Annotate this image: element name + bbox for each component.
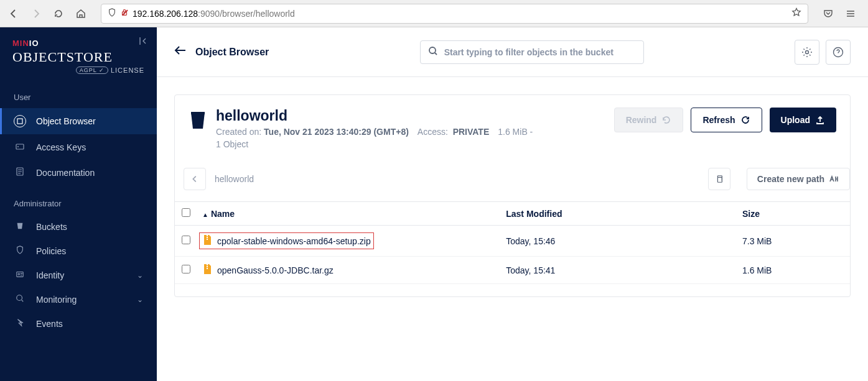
logo-product: OBJECTSTORE bbox=[12, 49, 144, 65]
sidebar-item-events[interactable]: Events bbox=[0, 311, 157, 336]
nav-reload-button[interactable] bbox=[50, 5, 67, 22]
identity-icon bbox=[14, 270, 26, 280]
bucket-object-count: 1 Object bbox=[216, 139, 533, 149]
refresh-label: Refresh bbox=[702, 115, 735, 125]
sidebar-item-label: Events bbox=[36, 319, 63, 329]
cell-modified: Today, 15:41 bbox=[501, 257, 737, 284]
sidebar-item-buckets[interactable]: Buckets bbox=[0, 214, 157, 239]
upload-button[interactable]: Upload bbox=[770, 108, 836, 132]
bucket-panel: helloworld Created on: Tue, Nov 21 2023 … bbox=[174, 94, 851, 297]
created-label: Created on: bbox=[216, 127, 261, 137]
page-title: Object Browser bbox=[195, 47, 269, 58]
column-size[interactable]: Size bbox=[737, 202, 850, 226]
chevron-down-icon: ⌄ bbox=[137, 295, 143, 304]
sidebar-item-label: Buckets bbox=[36, 222, 67, 232]
file-entry[interactable]: cpolar-stable-windows-amd64-setup.zip bbox=[199, 232, 374, 249]
svg-rect-11 bbox=[191, 112, 205, 114]
svg-rect-2 bbox=[16, 144, 24, 149]
monitoring-icon bbox=[14, 294, 26, 305]
object-browser-icon bbox=[14, 115, 26, 127]
url-bar[interactable]: 192.168.206.128:9090/browser/helloworld bbox=[101, 4, 808, 24]
settings-button[interactable] bbox=[795, 40, 819, 65]
help-button[interactable] bbox=[826, 40, 851, 65]
table-row[interactable]: cpolar-stable-windows-amd64-setup.zip To… bbox=[175, 226, 850, 257]
lock-insecure-icon bbox=[120, 8, 129, 19]
svg-point-7 bbox=[17, 295, 22, 301]
file-name: cpolar-stable-windows-amd64-setup.zip bbox=[217, 236, 371, 246]
logo-brand: MINIO bbox=[12, 39, 144, 48]
rewind-label: Rewind bbox=[626, 115, 657, 125]
archive-file-icon bbox=[202, 264, 212, 277]
topbar: Object Browser bbox=[157, 27, 868, 77]
path-crumb[interactable]: helloworld bbox=[215, 174, 254, 184]
browser-chrome: 192.168.206.128:9090/browser/helloworld bbox=[0, 0, 868, 27]
nav-forward-button bbox=[27, 5, 45, 22]
sidebar-item-monitoring[interactable]: Monitoring ⌄ bbox=[0, 287, 157, 311]
access-value: PRIVATE bbox=[453, 127, 490, 137]
table-row[interactable]: openGauss-5.0.0-JDBC.tar.gz Today, 15:41… bbox=[175, 257, 850, 284]
sidebar-item-identity[interactable]: Identity ⌄ bbox=[0, 263, 157, 287]
bookmark-star-icon[interactable] bbox=[791, 7, 801, 20]
refresh-button[interactable]: Refresh bbox=[691, 108, 762, 132]
cell-size: 1.6 MiB bbox=[737, 257, 850, 284]
copy-path-button[interactable] bbox=[708, 168, 730, 190]
row-checkbox[interactable] bbox=[182, 265, 190, 273]
create-path-label: Create new path bbox=[757, 174, 824, 184]
access-label: Access: bbox=[418, 127, 448, 137]
search-icon bbox=[428, 46, 438, 58]
sidebar-item-access-keys[interactable]: Access Keys bbox=[0, 134, 157, 160]
sidebar-item-object-browser[interactable]: Object Browser bbox=[0, 108, 157, 134]
logo-license: AGPL ✓ LICENSE bbox=[12, 67, 144, 74]
sidebar-item-label: Policies bbox=[36, 246, 66, 256]
pocket-icon[interactable] bbox=[819, 5, 837, 22]
column-name[interactable]: Name bbox=[211, 209, 235, 219]
sidebar-item-label: Object Browser bbox=[36, 116, 96, 126]
svg-point-9 bbox=[806, 50, 809, 53]
sidebar-section-user: User bbox=[0, 83, 157, 108]
url-text: 192.168.206.128:9090/browser/helloworld bbox=[133, 9, 788, 19]
chevron-down-icon: ⌄ bbox=[137, 271, 143, 280]
sidebar-item-label: Identity bbox=[36, 270, 64, 280]
path-back-button bbox=[184, 168, 206, 190]
content: Object Browser bbox=[157, 27, 868, 381]
sidebar-item-label: Access Keys bbox=[36, 142, 86, 152]
sort-asc-icon[interactable]: ▲ bbox=[202, 211, 208, 218]
bucket-large-icon bbox=[189, 110, 207, 129]
sidebar: MINIO OBJECTSTORE AGPL ✓ LICENSE User Ob… bbox=[0, 27, 157, 381]
search-input[interactable] bbox=[444, 47, 636, 57]
svg-point-6 bbox=[18, 273, 20, 275]
sidebar-item-policies[interactable]: Policies bbox=[0, 239, 157, 263]
svg-rect-12 bbox=[717, 177, 722, 182]
logo: MINIO OBJECTSTORE AGPL ✓ LICENSE bbox=[0, 27, 157, 83]
url-host: 192.168.206.128 bbox=[133, 9, 198, 19]
column-modified[interactable]: Last Modified bbox=[501, 202, 737, 226]
cell-size: 7.3 MiB bbox=[737, 226, 850, 257]
menu-icon[interactable] bbox=[842, 5, 859, 22]
bucket-icon bbox=[14, 221, 26, 232]
select-all-checkbox[interactable] bbox=[182, 208, 190, 217]
back-arrow-icon[interactable] bbox=[174, 45, 187, 58]
sidebar-section-admin: Administrator bbox=[0, 189, 157, 214]
nav-home-button[interactable] bbox=[72, 5, 90, 22]
create-new-path-button[interactable]: Create new path bbox=[747, 168, 850, 190]
nav-back-button[interactable] bbox=[5, 5, 22, 22]
svg-point-8 bbox=[429, 47, 436, 53]
file-entry[interactable]: openGauss-5.0.0-JDBC.tar.gz bbox=[202, 264, 334, 277]
collapse-sidebar-icon[interactable] bbox=[138, 36, 148, 48]
svg-rect-0 bbox=[123, 12, 127, 15]
sidebar-item-documentation[interactable]: Documentation bbox=[0, 160, 157, 185]
shield-icon bbox=[108, 8, 116, 19]
cell-modified: Today, 15:46 bbox=[501, 226, 737, 257]
rewind-button: Rewind bbox=[614, 108, 684, 132]
url-path: :9090/browser/helloworld bbox=[198, 9, 295, 19]
row-checkbox[interactable] bbox=[182, 236, 190, 244]
sidebar-item-label: Monitoring bbox=[36, 295, 77, 305]
events-icon bbox=[14, 318, 26, 329]
svg-point-3 bbox=[17, 146, 19, 147]
bucket-size-summary: 1.6 MiB - bbox=[498, 127, 533, 137]
bucket-name: helloworld bbox=[216, 108, 533, 124]
documentation-icon bbox=[14, 167, 26, 178]
policies-icon bbox=[14, 246, 26, 256]
search-box[interactable] bbox=[420, 40, 644, 64]
key-icon bbox=[14, 141, 26, 153]
